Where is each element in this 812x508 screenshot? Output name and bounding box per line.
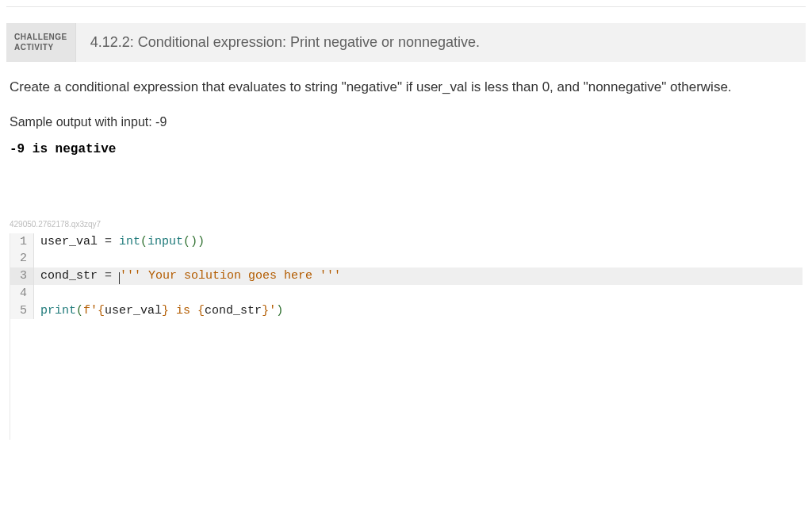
text-cursor	[119, 272, 120, 284]
code-content[interactable]: print(f'{user_val} is {cond_str}')	[34, 302, 283, 320]
line-number: 5	[10, 302, 34, 320]
code-content[interactable]: cond_str = ''' Your solution goes here '…	[34, 267, 341, 285]
prompt-text: Create a conditional expression that eva…	[10, 78, 802, 98]
activity-title: 4.12.2: Conditional expression: Print ne…	[76, 23, 806, 62]
line-number: 1	[10, 233, 34, 251]
code-content[interactable]	[34, 285, 48, 302]
code-line-active[interactable]: 3 cond_str = ''' Your solution goes here…	[10, 267, 802, 285]
activity-content: Create a conditional expression that eva…	[6, 62, 806, 446]
activity-header: CHALLENGE ACTIVITY 4.12.2: Conditional e…	[6, 23, 806, 62]
badge-line: ACTIVITY	[14, 43, 67, 53]
line-number: 4	[10, 285, 34, 302]
line-number: 2	[10, 250, 34, 267]
code-line[interactable]: 5 print(f'{user_val} is {cond_str}')	[10, 302, 802, 320]
line-number: 3	[10, 267, 34, 285]
code-line[interactable]: 1 user_val = int(input())	[10, 233, 802, 251]
code-line[interactable]: 4	[10, 285, 802, 302]
activity-id: 429050.2762178.qx3zqy7	[10, 220, 802, 229]
code-editor[interactable]: 1 user_val = int(input()) 2 3 cond_str =…	[10, 233, 802, 440]
sample-label: Sample output with input: -9	[10, 115, 802, 129]
code-content[interactable]	[34, 250, 48, 267]
code-line[interactable]: 2	[10, 250, 802, 267]
activity-container: CHALLENGE ACTIVITY 4.12.2: Conditional e…	[6, 6, 806, 446]
sample-output: -9 is negative	[10, 142, 802, 156]
challenge-badge: CHALLENGE ACTIVITY	[6, 23, 76, 62]
code-content[interactable]: user_val = int(input())	[34, 233, 205, 251]
badge-line: CHALLENGE	[14, 33, 67, 43]
